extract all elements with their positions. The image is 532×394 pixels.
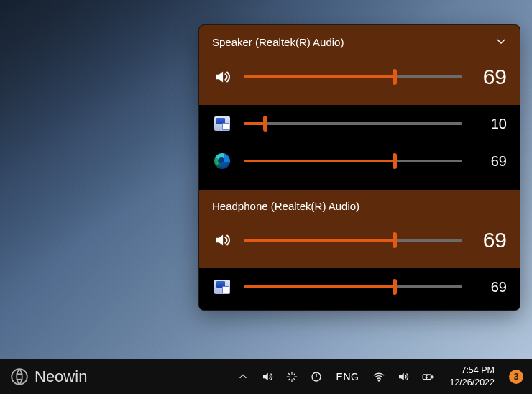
chevron-down-icon[interactable] xyxy=(495,35,507,49)
system-tray: ENG 7:54 PM 12/26/2022 3 xyxy=(236,365,532,389)
system-sounds-icon[interactable] xyxy=(212,277,232,297)
speaker-master-row: 69 xyxy=(199,49,520,105)
headphone-system-value: 69 xyxy=(474,279,507,296)
device-headphone-header[interactable]: Headphone (Realtek(R) Audio) xyxy=(199,190,520,212)
svg-point-0 xyxy=(12,369,27,385)
headphone-app-row-system: 69 xyxy=(199,268,520,310)
speaker-app-row-edge: 69 xyxy=(199,142,520,184)
brand-text: Neowin xyxy=(35,367,87,386)
device-speaker-header[interactable]: Speaker (Realtek(R) Audio) xyxy=(199,25,520,49)
speaker-app-row-system: 10 xyxy=(199,105,520,142)
tray-overflow-icon[interactable] xyxy=(236,370,250,384)
headphone-master-slider[interactable] xyxy=(244,233,462,247)
wifi-icon[interactable] xyxy=(372,370,386,384)
notification-badge[interactable]: 3 xyxy=(509,370,523,384)
edge-value: 69 xyxy=(474,153,507,170)
edge-slider[interactable] xyxy=(244,154,462,168)
sound-icon[interactable] xyxy=(396,370,411,384)
language-indicator[interactable]: ENG xyxy=(334,371,362,382)
system-sounds-slider[interactable] xyxy=(244,116,462,131)
time-label: 7:54 PM xyxy=(449,365,495,377)
copilot-tray-icon[interactable] xyxy=(285,370,299,384)
speaker-icon[interactable] xyxy=(212,67,232,87)
svg-point-2 xyxy=(379,380,380,382)
system-sounds-value: 10 xyxy=(474,116,507,132)
taskbar: Neowin ENG xyxy=(0,359,532,394)
edge-icon[interactable] xyxy=(212,151,232,171)
device-name-label: Speaker (Realtek(R) Audio) xyxy=(212,36,344,48)
divider xyxy=(199,184,520,190)
svg-rect-4 xyxy=(432,376,434,378)
headphone-master-row: 69 xyxy=(199,212,520,268)
headphone-system-slider[interactable] xyxy=(244,280,462,294)
brand-logo: Neowin xyxy=(0,367,87,386)
battery-icon[interactable] xyxy=(421,370,435,384)
taskbar-clock[interactable]: 7:54 PM 12/26/2022 xyxy=(445,365,499,389)
volume-tray-icon[interactable] xyxy=(260,370,275,384)
system-sounds-icon[interactable] xyxy=(212,114,232,134)
speaker-master-slider[interactable] xyxy=(244,70,462,84)
headphone-master-value: 69 xyxy=(474,228,507,252)
speaker-icon[interactable] xyxy=(212,230,232,250)
volume-flyout: Speaker (Realtek(R) Audio) 69 xyxy=(198,24,520,311)
power-tray-icon[interactable] xyxy=(309,370,324,384)
date-label: 12/26/2022 xyxy=(449,377,495,389)
device-name-label: Headphone (Realtek(R) Audio) xyxy=(212,200,359,212)
speaker-master-value: 69 xyxy=(474,65,507,89)
